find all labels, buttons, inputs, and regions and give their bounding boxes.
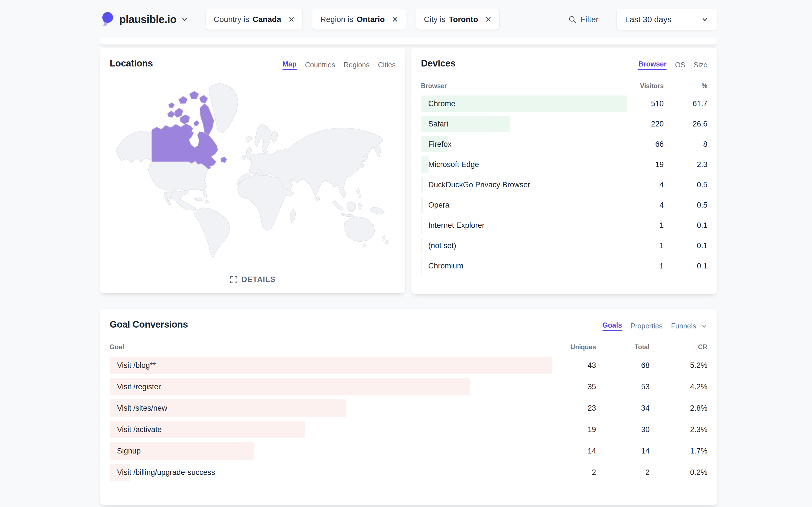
table-row[interactable]: Microsoft Edge192.3	[421, 156, 707, 173]
row-label: Internet Explorer	[421, 221, 614, 230]
table-row[interactable]: Visit /blog**43685.2%	[110, 356, 707, 374]
scrolled-card-edge	[100, 38, 717, 45]
row-label: Signup	[110, 447, 544, 455]
row-visitors: 1	[614, 262, 664, 270]
map-details-button[interactable]: DETAILS	[100, 275, 405, 284]
row-percent: 61.7	[664, 100, 707, 108]
row-label: Visit /billing/upgrade-success	[110, 468, 544, 477]
row-total: 53	[596, 383, 650, 391]
tab-regions[interactable]: Regions	[344, 61, 370, 69]
row-uniques: 23	[544, 404, 596, 413]
filter-prefix: Country is	[214, 15, 249, 24]
chevron-down-icon	[701, 323, 707, 329]
remove-filter-icon[interactable]: ×	[392, 14, 398, 24]
table-row[interactable]: (not set)10.1	[421, 237, 707, 254]
tab-map[interactable]: Map	[283, 60, 297, 70]
table-row[interactable]: Opera40.5	[421, 197, 707, 213]
row-visitors: 19	[614, 160, 664, 169]
chevron-down-icon[interactable]	[181, 16, 188, 23]
row-percent: 0.5	[664, 201, 707, 210]
table-row[interactable]: Chrome51061.7	[421, 96, 707, 112]
row-cr: 4.2%	[650, 383, 707, 391]
row-uniques: 2	[544, 468, 596, 477]
row-visitors: 1	[614, 221, 664, 230]
row-visitors: 220	[614, 120, 664, 128]
row-percent: 0.5	[664, 180, 707, 189]
row-label: Firefox	[421, 140, 614, 149]
tab-cities[interactable]: Cities	[378, 61, 396, 69]
row-label: Chrome	[421, 100, 614, 108]
row-label: Opera	[421, 201, 614, 210]
table-row[interactable]: Chromium10.1	[421, 258, 707, 274]
table-row[interactable]: Internet Explorer10.1	[421, 217, 707, 233]
tab-size[interactable]: Size	[694, 61, 707, 69]
table-row[interactable]: Firefox668	[421, 136, 707, 152]
row-percent: 0.1	[664, 262, 707, 270]
date-range-select[interactable]: Last 30 days	[617, 9, 717, 30]
row-percent: 2.3	[664, 160, 707, 169]
row-label: Microsoft Edge	[421, 160, 614, 169]
column-browser: Browser	[421, 82, 614, 90]
devices-rows: Chrome51061.7Safari22026.6Firefox668Micr…	[421, 96, 707, 274]
table-row[interactable]: Visit /activate19302.3%	[110, 421, 707, 438]
filter-prefix: Region is	[320, 15, 353, 24]
table-row[interactable]: Visit /sites/new23342.8%	[110, 399, 707, 417]
row-percent: 8	[664, 140, 707, 149]
tab-properties[interactable]: Properties	[630, 322, 663, 330]
goals-tabs: GoalsPropertiesFunnels	[603, 321, 707, 331]
row-total: 2	[596, 468, 650, 477]
row-cr: 2.8%	[650, 404, 707, 413]
row-uniques: 35	[544, 383, 596, 391]
filter-prefix: City is	[424, 15, 446, 24]
row-total: 68	[596, 361, 650, 370]
row-percent: 0.1	[664, 221, 707, 230]
row-total: 14	[596, 447, 650, 455]
table-row[interactable]: Signup14141.7%	[110, 442, 707, 460]
world-map[interactable]	[110, 77, 396, 260]
row-cr: 5.2%	[650, 361, 707, 370]
row-label: Visit /sites/new	[110, 404, 544, 413]
filter-label: Filter	[580, 15, 599, 24]
row-visitors: 1	[614, 241, 664, 250]
devices-tabs: BrowserOSSize	[638, 60, 707, 70]
filter-chips: Country isCanada×Region isOntario×City i…	[206, 9, 499, 30]
map-countries	[116, 83, 389, 258]
row-visitors: 4	[614, 180, 664, 189]
tab-funnels[interactable]: Funnels	[671, 322, 696, 330]
chevron-down-icon	[701, 16, 709, 23]
details-label: DETAILS	[242, 275, 276, 284]
table-row[interactable]: DuckDuckGo Privacy Browser40.5	[421, 177, 707, 193]
row-total: 30	[596, 425, 650, 434]
row-label: Visit /blog**	[110, 361, 544, 370]
filter-chip-toronto[interactable]: City isToronto×	[416, 9, 499, 30]
remove-filter-icon[interactable]: ×	[289, 14, 294, 24]
tab-os[interactable]: OS	[675, 61, 685, 69]
table-row[interactable]: Visit /billing/upgrade-success220.2%	[110, 464, 707, 481]
row-uniques: 19	[544, 425, 596, 434]
row-visitors: 4	[614, 201, 664, 210]
tab-countries[interactable]: Countries	[305, 61, 335, 69]
row-uniques: 43	[544, 361, 596, 370]
tab-browser[interactable]: Browser	[638, 60, 666, 70]
column-percent: %	[664, 82, 707, 90]
row-label: Chromium	[421, 262, 614, 270]
devices-table-header: Browser Visitors %	[421, 82, 707, 90]
table-row[interactable]: Visit /register35534.2%	[110, 378, 707, 395]
table-row[interactable]: Safari22026.6	[421, 116, 707, 132]
tab-goals[interactable]: Goals	[603, 321, 622, 331]
remove-filter-icon[interactable]: ×	[486, 14, 492, 24]
top-header: plausible.io Country isCanada×Region isO…	[100, 0, 717, 39]
site-switcher[interactable]: plausible.io	[100, 11, 188, 27]
filter-value: Toronto	[449, 15, 478, 24]
row-label: Safari	[421, 120, 614, 128]
search-icon	[568, 15, 576, 24]
filter-chip-ontario[interactable]: Region isOntario×	[312, 9, 406, 30]
locations-title: Locations	[110, 58, 153, 69]
plausible-logo-icon	[100, 11, 115, 27]
devices-title: Devices	[421, 58, 456, 69]
filter-button[interactable]: Filter	[568, 15, 599, 24]
goals-rows: Visit /blog**43685.2%Visit /register3553…	[110, 356, 707, 481]
goals-table-header: Goal Uniques Total CR	[110, 343, 707, 351]
locations-tabs: MapCountriesRegionsCities	[283, 60, 396, 70]
filter-chip-canada[interactable]: Country isCanada×	[206, 9, 302, 30]
